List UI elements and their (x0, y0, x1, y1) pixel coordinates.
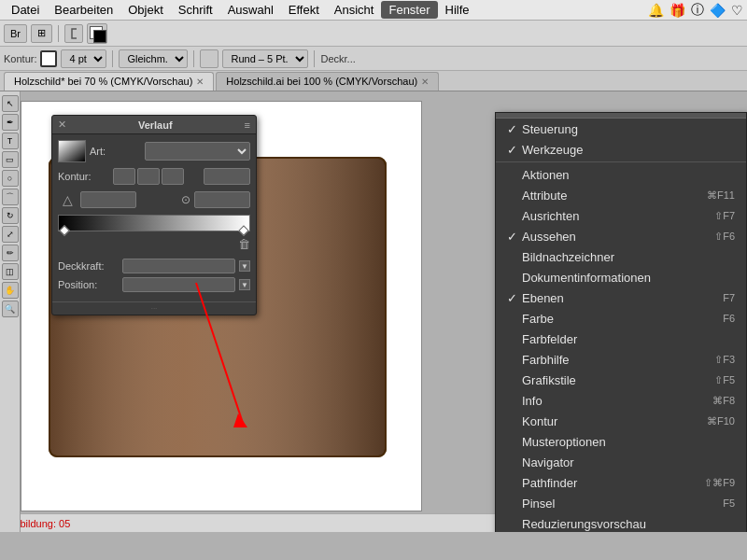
tool-fill-btn[interactable] (87, 23, 107, 44)
position-arrow[interactable]: ▼ (239, 279, 250, 290)
verlauf-stroke-buttons (113, 168, 184, 185)
verlauf-gradient-bar[interactable] (58, 215, 250, 231)
menu-objekt[interactable]: Objekt (120, 1, 171, 19)
verlauf-close-btn[interactable]: ✕ (58, 119, 66, 131)
menu-auswahl[interactable]: Auswahl (220, 1, 281, 19)
stroke-btn-1[interactable] (113, 168, 135, 185)
menu-info[interactable]: ✓ Info ⌘F8 (496, 390, 746, 411)
toolbar1: Br ⊞ (0, 21, 747, 47)
menu-reduzierung[interactable]: ✓ Reduzierungsvorschau (496, 513, 746, 532)
tool-ellipse[interactable]: ○ (2, 170, 19, 187)
tool-hand[interactable]: ✋ (2, 282, 19, 299)
pinsel-label: Pinsel (522, 497, 715, 511)
menu-datei[interactable]: Datei (4, 1, 47, 19)
menu-grafikstile[interactable]: ✓ Grafikstile ⇧F5 (496, 370, 746, 390)
tool-rect[interactable]: ▭ (2, 151, 19, 168)
menu-dokumentinformationen[interactable]: ✓ Dokumentinformationen (496, 267, 746, 287)
menu-musteroptionen[interactable]: ✓ Musteroptionen (496, 431, 746, 452)
verlauf-angle-input[interactable] (204, 168, 250, 185)
bt-icon[interactable]: 🔷 (710, 3, 726, 18)
position-slider[interactable] (122, 277, 235, 292)
check-steuerung: ✓ (507, 122, 522, 136)
br-button[interactable]: Br (4, 24, 27, 43)
menu-aktionen[interactable]: ✓ Aktionen (496, 164, 746, 185)
verlauf-panel: ✕ Verlauf ≡ Art: Kontur: (51, 115, 257, 315)
ausrichten-shortcut: ⇧F7 (714, 210, 735, 222)
gradient-handle-right[interactable] (238, 225, 248, 235)
position-label: Position: (58, 279, 119, 290)
tool-arrow[interactable]: ↖ (2, 95, 19, 112)
menu-pinsel[interactable]: ✓ Pinsel F5 (496, 493, 746, 513)
tool-select-btn[interactable] (64, 24, 83, 43)
tool-rotate[interactable]: ↻ (2, 207, 19, 224)
menu-farbhilfe[interactable]: ✓ Farbhilfe ⇧F3 (496, 349, 746, 370)
tab-holzschild-100[interactable]: Holzschild.ai bei 100 % (CMYK/Vorschau) … (216, 72, 439, 91)
menu-navigator[interactable]: ✓ Navigator (496, 452, 746, 472)
pt-select[interactable]: 4 pt (61, 49, 106, 68)
svg-rect-0 (72, 29, 77, 38)
verlauf-type-select[interactable] (145, 142, 250, 161)
menu-farbe[interactable]: ✓ Farbe F6 (496, 308, 746, 329)
menu-farbfelder[interactable]: ✓ Farbfelder (496, 329, 746, 349)
menu-effekt[interactable]: Effekt (281, 1, 327, 19)
info-icon[interactable]: ⓘ (691, 2, 704, 19)
menu-ausrichten[interactable]: ✓ Ausrichten ⇧F7 (496, 205, 746, 226)
tool-gradient[interactable]: ◫ (2, 263, 19, 280)
gradient-handle-left[interactable] (59, 225, 69, 235)
menu-aussehen[interactable]: ✓ Aussehen ⇧F6 (496, 226, 746, 246)
tool-zoom[interactable]: 🔍 (2, 301, 19, 317)
tab-holzschild-70[interactable]: Holzschild* bei 70 % (CMYK/Vorschau) ✕ (4, 72, 214, 91)
menu-hilfe[interactable]: Hilfe (438, 1, 477, 19)
attribute-shortcut: ⌘F11 (707, 189, 735, 202)
gift-icon[interactable]: 🎁 (669, 3, 685, 18)
farbhilfe-label: Farbhilfe (522, 353, 707, 367)
tab2-close[interactable]: ✕ (421, 77, 429, 87)
menu-pathfinder[interactable]: ✓ Pathfinder ⇧⌘F9 (496, 472, 746, 493)
deckkraft-arrow[interactable]: ▼ (239, 260, 250, 272)
sep2 (112, 50, 113, 67)
menu-fenster[interactable]: Fenster (381, 1, 437, 19)
tab1-close[interactable]: ✕ (196, 77, 204, 87)
verlauf-angle-field[interactable] (80, 191, 136, 208)
verlauf-ratio-field[interactable] (194, 191, 250, 208)
gleich-select[interactable]: Gleichm. (119, 49, 188, 68)
kontur-fill-btn[interactable] (40, 50, 57, 67)
menu-werkzeuge[interactable]: ✓ Werkzeuge (496, 139, 746, 160)
canvas-area: ↖ ✒ T ▭ ○ ⌒ ↻ ⤢ ✏ ◫ ✋ 🔍 ✕ (0, 91, 747, 532)
stroke-btn-2[interactable] (137, 168, 160, 185)
menubar-icons: 🔔 🎁 ⓘ 🔷 ♡ (648, 2, 743, 19)
menu-attribute[interactable]: ✓ Attribute ⌘F11 (496, 185, 746, 205)
tool-text[interactable]: T (2, 133, 19, 149)
tool-brush[interactable]: ⌒ (2, 189, 19, 205)
wifi-icon[interactable]: ♡ (731, 3, 743, 18)
menu-kontur[interactable]: ✓ Kontur ⌘F10 (496, 411, 746, 431)
verlauf-grip: ··· (52, 301, 256, 315)
verlauf-deckkraft-row: Deckkraft: ▼ (58, 259, 250, 273)
musteropt-label: Musteroptionen (522, 435, 735, 449)
check-aktionen: ✓ (507, 168, 522, 182)
deckkraft-slider[interactable] (122, 259, 235, 273)
menu-ebenen[interactable]: ✓ Ebenen F7 (496, 287, 746, 308)
ebenen-shortcut: F7 (723, 292, 735, 303)
menu-ansicht[interactable]: Ansicht (327, 1, 382, 19)
tool-pen[interactable]: ✒ (2, 114, 19, 131)
tool-scale[interactable]: ⤢ (2, 226, 19, 243)
bell-icon[interactable]: 🔔 (648, 3, 664, 18)
verlauf-trash-icon[interactable]: 🗑 (58, 237, 250, 251)
menu-bearbeiten[interactable]: Bearbeiten (47, 1, 120, 19)
tool-eyedropper[interactable]: ✏ (2, 245, 19, 261)
verlauf-position-row: Position: ▼ (58, 277, 250, 292)
grid-button[interactable]: ⊞ (31, 24, 52, 43)
deckr-label: Deckr... (320, 53, 355, 64)
verlauf-menu-icon[interactable]: ≡ (245, 119, 250, 131)
menu-bildnachzeichner[interactable]: ✓ Bildnachzeichner (496, 246, 746, 267)
aktionen-label: Aktionen (522, 168, 735, 182)
menu-steuerung[interactable]: ✓ Steuerung (496, 119, 746, 139)
menu-schrift[interactable]: Schrift (171, 1, 220, 19)
grafikstile-shortcut: ⇧F5 (714, 374, 735, 386)
verlauf-color-preview[interactable] (58, 140, 86, 162)
stroke-btn-3[interactable] (162, 168, 184, 185)
fenster-dropdown: ✓ Steuerung ✓ Werkzeuge ✓ Aktionen ✓ Att… (495, 112, 747, 532)
cap-btn[interactable] (200, 49, 218, 68)
rund-select[interactable]: Rund – 5 Pt. (222, 49, 308, 68)
